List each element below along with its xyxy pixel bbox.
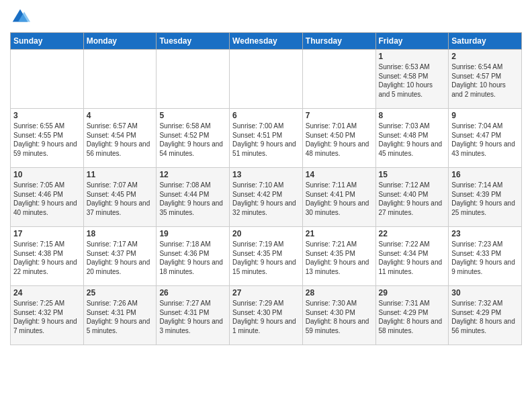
day-info: Sunrise: 7:11 AM Sunset: 4:41 PM Dayligh… [306, 181, 373, 217]
calendar-cell: 14Sunrise: 7:11 AM Sunset: 4:41 PM Dayli… [302, 168, 375, 227]
day-number: 29 [379, 288, 446, 298]
day-number: 27 [232, 288, 300, 298]
day-info: Sunrise: 7:17 AM Sunset: 4:37 PM Dayligh… [87, 240, 154, 276]
day-number: 18 [87, 229, 154, 238]
day-number: 20 [232, 229, 300, 238]
col-header-friday: Friday [375, 33, 449, 50]
logo-icon [10, 7, 30, 27]
col-header-tuesday: Tuesday [157, 33, 230, 50]
col-header-sunday: Sunday [11, 33, 84, 50]
calendar-cell: 9Sunrise: 7:04 AM Sunset: 4:47 PM Daylig… [449, 109, 522, 168]
col-header-monday: Monday [83, 33, 157, 50]
calendar-cell: 27Sunrise: 7:29 AM Sunset: 4:30 PM Dayli… [230, 286, 303, 345]
day-number: 24 [13, 288, 81, 298]
day-info: Sunrise: 7:23 AM Sunset: 4:33 PM Dayligh… [451, 240, 519, 276]
day-number: 2 [451, 52, 519, 61]
day-info: Sunrise: 7:15 AM Sunset: 4:38 PM Dayligh… [13, 240, 81, 276]
page: SundayMondayTuesdayWednesdayThursdayFrid… [0, 0, 532, 352]
calendar-cell: 11Sunrise: 7:07 AM Sunset: 4:45 PM Dayli… [83, 168, 157, 227]
calendar-cell: 4Sunrise: 6:57 AM Sunset: 4:54 PM Daylig… [83, 109, 157, 168]
day-info: Sunrise: 7:01 AM Sunset: 4:50 PM Dayligh… [306, 122, 373, 158]
day-number: 10 [13, 170, 81, 179]
day-number: 21 [306, 229, 373, 238]
calendar-cell: 15Sunrise: 7:12 AM Sunset: 4:40 PM Dayli… [375, 168, 449, 227]
calendar-cell: 24Sunrise: 7:25 AM Sunset: 4:32 PM Dayli… [11, 286, 84, 345]
calendar-cell: 22Sunrise: 7:22 AM Sunset: 4:34 PM Dayli… [375, 227, 449, 286]
calendar-cell: 16Sunrise: 7:14 AM Sunset: 4:39 PM Dayli… [449, 168, 522, 227]
day-number: 3 [13, 111, 81, 120]
day-number: 14 [306, 170, 373, 179]
calendar-cell: 7Sunrise: 7:01 AM Sunset: 4:50 PM Daylig… [302, 109, 375, 168]
calendar-cell: 30Sunrise: 7:32 AM Sunset: 4:29 PM Dayli… [449, 286, 522, 345]
day-info: Sunrise: 7:07 AM Sunset: 4:45 PM Dayligh… [87, 181, 154, 217]
day-number: 9 [451, 111, 519, 120]
day-number: 7 [306, 111, 373, 120]
day-info: Sunrise: 7:22 AM Sunset: 4:34 PM Dayligh… [379, 240, 446, 276]
day-info: Sunrise: 7:25 AM Sunset: 4:32 PM Dayligh… [13, 299, 81, 335]
col-header-wednesday: Wednesday [230, 33, 303, 50]
calendar-table: SundayMondayTuesdayWednesdayThursdayFrid… [10, 32, 522, 345]
day-info: Sunrise: 7:26 AM Sunset: 4:31 PM Dayligh… [87, 299, 154, 335]
day-number: 5 [159, 111, 226, 120]
day-number: 12 [159, 170, 226, 179]
day-number: 26 [159, 288, 226, 298]
day-number: 17 [13, 229, 81, 238]
day-info: Sunrise: 7:18 AM Sunset: 4:36 PM Dayligh… [159, 240, 226, 276]
calendar-cell [230, 50, 303, 109]
calendar-cell: 19Sunrise: 7:18 AM Sunset: 4:36 PM Dayli… [157, 227, 230, 286]
day-info: Sunrise: 7:19 AM Sunset: 4:35 PM Dayligh… [232, 240, 300, 276]
day-number: 15 [379, 170, 446, 179]
day-info: Sunrise: 7:27 AM Sunset: 4:31 PM Dayligh… [159, 299, 226, 335]
calendar-cell [157, 50, 230, 109]
day-number: 8 [379, 111, 446, 120]
day-number: 19 [159, 229, 226, 238]
calendar-cell: 6Sunrise: 7:00 AM Sunset: 4:51 PM Daylig… [230, 109, 303, 168]
calendar-cell: 5Sunrise: 6:58 AM Sunset: 4:52 PM Daylig… [157, 109, 230, 168]
day-info: Sunrise: 7:31 AM Sunset: 4:29 PM Dayligh… [379, 299, 446, 335]
calendar-cell: 13Sunrise: 7:10 AM Sunset: 4:42 PM Dayli… [230, 168, 303, 227]
day-info: Sunrise: 6:57 AM Sunset: 4:54 PM Dayligh… [87, 122, 154, 158]
day-info: Sunrise: 7:05 AM Sunset: 4:46 PM Dayligh… [13, 181, 81, 217]
day-info: Sunrise: 7:29 AM Sunset: 4:30 PM Dayligh… [232, 299, 300, 335]
day-info: Sunrise: 6:58 AM Sunset: 4:52 PM Dayligh… [159, 122, 226, 158]
day-info: Sunrise: 7:21 AM Sunset: 4:35 PM Dayligh… [306, 240, 373, 276]
day-number: 4 [87, 111, 154, 120]
day-info: Sunrise: 6:53 AM Sunset: 4:58 PM Dayligh… [379, 62, 446, 99]
day-number: 11 [87, 170, 154, 179]
day-info: Sunrise: 7:14 AM Sunset: 4:39 PM Dayligh… [451, 181, 519, 217]
calendar-cell: 23Sunrise: 7:23 AM Sunset: 4:33 PM Dayli… [449, 227, 522, 286]
logo [10, 7, 33, 27]
calendar-cell: 17Sunrise: 7:15 AM Sunset: 4:38 PM Dayli… [11, 227, 84, 286]
calendar-cell [302, 50, 375, 109]
day-number: 6 [232, 111, 300, 120]
day-info: Sunrise: 6:55 AM Sunset: 4:55 PM Dayligh… [13, 122, 81, 158]
calendar-cell: 20Sunrise: 7:19 AM Sunset: 4:35 PM Dayli… [230, 227, 303, 286]
day-info: Sunrise: 7:30 AM Sunset: 4:30 PM Dayligh… [306, 299, 373, 335]
day-number: 23 [451, 229, 519, 238]
col-header-thursday: Thursday [302, 33, 375, 50]
day-number: 16 [451, 170, 519, 179]
calendar-cell: 8Sunrise: 7:03 AM Sunset: 4:48 PM Daylig… [375, 109, 449, 168]
calendar-cell: 10Sunrise: 7:05 AM Sunset: 4:46 PM Dayli… [11, 168, 84, 227]
header [10, 7, 522, 27]
day-info: Sunrise: 7:04 AM Sunset: 4:47 PM Dayligh… [451, 122, 519, 158]
calendar-cell: 3Sunrise: 6:55 AM Sunset: 4:55 PM Daylig… [11, 109, 84, 168]
calendar-cell: 12Sunrise: 7:08 AM Sunset: 4:44 PM Dayli… [157, 168, 230, 227]
day-number: 13 [232, 170, 300, 179]
day-info: Sunrise: 7:10 AM Sunset: 4:42 PM Dayligh… [232, 181, 300, 217]
calendar-cell: 28Sunrise: 7:30 AM Sunset: 4:30 PM Dayli… [302, 286, 375, 345]
calendar-cell: 29Sunrise: 7:31 AM Sunset: 4:29 PM Dayli… [375, 286, 449, 345]
day-info: Sunrise: 7:08 AM Sunset: 4:44 PM Dayligh… [159, 181, 226, 217]
day-info: Sunrise: 7:32 AM Sunset: 4:29 PM Dayligh… [451, 299, 519, 335]
day-number: 28 [306, 288, 373, 298]
col-header-saturday: Saturday [449, 33, 522, 50]
calendar-cell [11, 50, 84, 109]
day-info: Sunrise: 7:00 AM Sunset: 4:51 PM Dayligh… [232, 122, 300, 158]
calendar-cell: 2Sunrise: 6:54 AM Sunset: 4:57 PM Daylig… [449, 50, 522, 109]
day-number: 22 [379, 229, 446, 238]
day-number: 1 [379, 52, 446, 61]
day-info: Sunrise: 6:54 AM Sunset: 4:57 PM Dayligh… [451, 62, 519, 99]
calendar-cell: 18Sunrise: 7:17 AM Sunset: 4:37 PM Dayli… [83, 227, 157, 286]
day-number: 25 [87, 288, 154, 298]
day-info: Sunrise: 7:12 AM Sunset: 4:40 PM Dayligh… [379, 181, 446, 217]
